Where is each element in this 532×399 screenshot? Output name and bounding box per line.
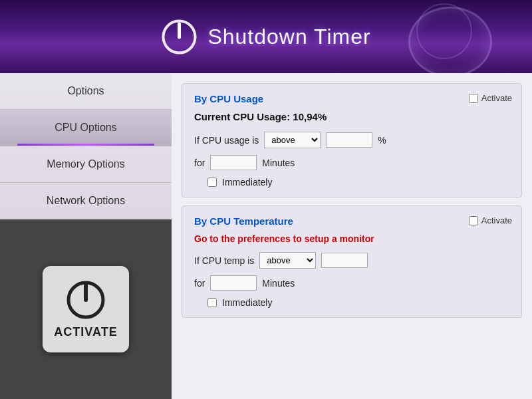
cpu-usage-for-label: for: [194, 158, 205, 168]
content-area: By CPU Usage Activate Current CPU Usage:…: [172, 73, 532, 399]
sidebar-item-network-options[interactable]: Network Options: [0, 183, 172, 219]
cpu-usage-activate-label: Activate: [481, 93, 512, 103]
cpu-usage-condition-select[interactable]: above below: [264, 132, 321, 148]
cpu-temp-immediately-checkbox[interactable]: [207, 298, 217, 307]
sidebar-item-options[interactable]: Options: [0, 73, 172, 110]
cpu-temp-activate-area: Activate: [469, 215, 512, 225]
cpu-usage-current: Current CPU Usage: 10,94%: [194, 111, 509, 122]
cpu-usage-immediately-label: Immediately: [222, 177, 272, 188]
cpu-temp-if-label: If CPU temp is: [194, 255, 254, 266]
cpu-temp-value-input[interactable]: [321, 253, 368, 268]
activate-power-icon: [66, 280, 106, 320]
cpu-temp-minutes-input[interactable]: [210, 275, 257, 291]
sidebar-item-memory-options[interactable]: Memory Options: [0, 146, 172, 183]
cpu-usage-minutes-input[interactable]: [210, 155, 257, 170]
cpu-usage-section: By CPU Usage Activate Current CPU Usage:…: [182, 83, 522, 198]
cpu-temp-section: By CPU Temperature Activate Go to the pr…: [182, 205, 522, 318]
cpu-usage-if-row: If CPU usage is above below %: [194, 132, 509, 148]
cpu-usage-activate-checkbox[interactable]: [469, 94, 478, 103]
cpu-temp-activate-label: Activate: [481, 215, 512, 225]
cpu-temp-condition-select[interactable]: above below: [259, 252, 316, 269]
cpu-temp-immediately-row: Immediately: [207, 297, 509, 308]
activate-area: ACTIVATE: [0, 219, 172, 399]
app-title: Shutdown Timer: [207, 25, 370, 49]
app-header: Shutdown Timer: [0, 0, 532, 73]
cpu-temp-for-row: for Minutes: [194, 275, 509, 291]
cpu-temp-activate-checkbox[interactable]: [469, 216, 478, 225]
sidebar-item-cpu-options[interactable]: CPU Options: [0, 110, 172, 146]
cpu-temp-immediately-label: Immediately: [222, 297, 272, 308]
cpu-usage-percent-label: %: [378, 135, 386, 146]
cpu-temp-if-row: If CPU temp is above below: [194, 252, 509, 269]
cpu-usage-minutes-label: Minutes: [262, 158, 295, 168]
cpu-usage-for-row: for Minutes: [194, 155, 509, 170]
cpu-usage-immediately-checkbox[interactable]: [207, 178, 217, 187]
activate-label: ACTIVATE: [54, 325, 117, 339]
sidebar: Options CPU Options Memory Options Netwo…: [0, 73, 172, 399]
activate-button[interactable]: ACTIVATE: [43, 266, 129, 352]
header-power-icon: [161, 19, 198, 55]
cpu-usage-title: By CPU Usage: [194, 93, 509, 104]
cpu-usage-percent-input[interactable]: [326, 132, 372, 148]
cpu-temp-warning: Go to the preferences to setup a monitor: [194, 233, 509, 244]
cpu-usage-if-label: If CPU usage is: [194, 135, 259, 146]
cpu-usage-activate-area: Activate: [469, 93, 512, 103]
cpu-temp-title: By CPU Temperature: [194, 215, 509, 227]
cpu-usage-immediately-row: Immediately: [207, 177, 509, 188]
main-layout: Options CPU Options Memory Options Netwo…: [0, 73, 532, 399]
cpu-temp-for-label: for: [194, 278, 205, 289]
cpu-temp-minutes-label: Minutes: [262, 278, 295, 289]
